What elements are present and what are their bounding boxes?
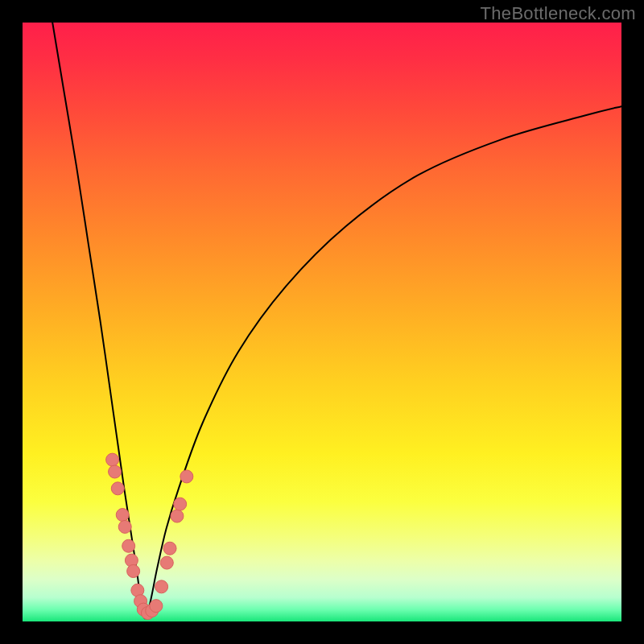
bead-marker — [122, 539, 135, 552]
bead-marker — [163, 542, 176, 555]
bead-marker — [180, 470, 193, 483]
series-right-branch — [146, 106, 621, 618]
bead-marker — [109, 465, 122, 478]
bead-marker — [111, 482, 124, 495]
plot-area — [23, 23, 621, 621]
bead-marker — [171, 510, 184, 522]
bead-marker — [174, 497, 187, 510]
watermark-text: TheBottleneck.com — [481, 3, 636, 24]
curve-group — [52, 23, 621, 618]
curve-layer — [23, 23, 621, 621]
marker-group — [106, 453, 193, 619]
bead-marker — [118, 520, 131, 533]
bead-marker — [116, 509, 129, 522]
bead-marker — [155, 580, 168, 593]
bead-marker — [160, 556, 173, 569]
chart-frame: TheBottleneck.com — [0, 0, 644, 644]
bead-marker — [106, 453, 119, 466]
bead-marker — [127, 565, 140, 578]
bead-marker — [150, 600, 163, 613]
